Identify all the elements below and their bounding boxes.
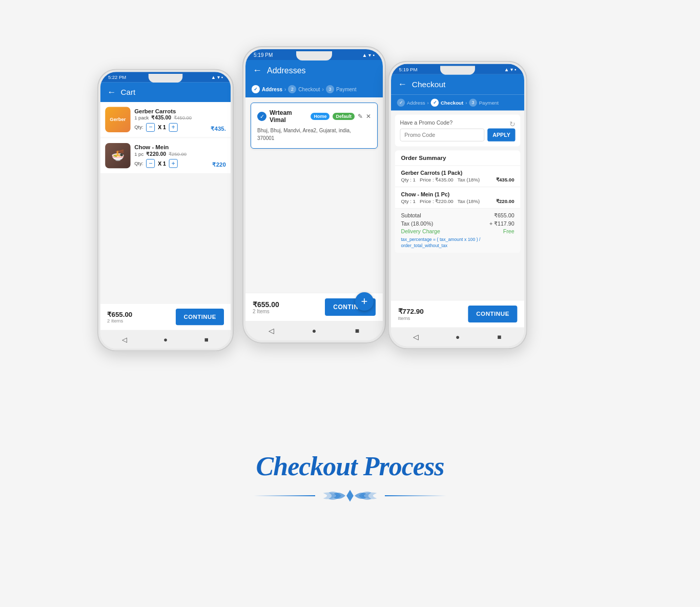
nav-home-1[interactable]: ● [160, 334, 171, 345]
order-summary-title: Order Summary [395, 150, 520, 166]
address-icons: ✎ ✕ [358, 113, 371, 120]
qty-row-2: Qty: − X 1 + [134, 159, 208, 168]
checkout-continue-button[interactable]: CONTINUE [468, 306, 518, 322]
back-button-1[interactable]: ← [107, 87, 116, 97]
edit-icon[interactable]: ✎ [358, 113, 363, 120]
nav-back-3[interactable]: ◁ [410, 331, 421, 342]
delete-icon[interactable]: ✕ [366, 113, 371, 120]
step-arrow-1-3: › [427, 100, 429, 106]
checkout-total-section: ₹772.90 Items [398, 307, 424, 320]
back-button-2[interactable]: ← [253, 65, 262, 76]
step-label-payment-2: Payment [336, 87, 356, 92]
step-circle-checkout-2: 2 [288, 85, 296, 93]
step-payment-3: 3 Payment [469, 98, 499, 107]
nav-back-2[interactable]: ◁ [265, 325, 277, 336]
wifi-icon-3: ▾ [510, 67, 513, 72]
status-icons-1: ▲ ▾ ▪ [211, 75, 223, 80]
phone-addresses: 5:19 PM ▲ ▾ ▪ ← Addresses ✓ Address › [242, 46, 386, 343]
step-label-address-3: Address [407, 100, 425, 106]
step-label-checkout-3: Checkout [441, 100, 463, 106]
qty-minus-1[interactable]: − [146, 123, 155, 131]
ornament-center-svg [319, 487, 381, 505]
order-item-1-detail: Qty : 1 Price : ₹435.00 Tax (18%) ₹435.0… [401, 177, 514, 183]
refresh-icon[interactable]: ↻ [509, 120, 516, 128]
app-bar-title-2: Addresses [267, 66, 306, 75]
order-summary: Order Summary Gerber Carrots (1 Pack) Qt… [395, 150, 520, 253]
nav-recent-1[interactable]: ■ [201, 334, 212, 345]
nav-recent-3[interactable]: ■ [494, 331, 505, 342]
item-2-name: Chow - Mein [134, 144, 208, 150]
nav-back-1[interactable]: ◁ [119, 334, 130, 345]
add-address-fab[interactable]: + [355, 292, 374, 311]
step-checkout-2: 2 Checkout [288, 85, 320, 93]
nav-recent-2[interactable]: ■ [352, 325, 363, 336]
step-circle-payment-2: 3 [326, 85, 334, 93]
promo-input[interactable] [400, 129, 484, 141]
badge-home: Home [311, 113, 330, 120]
signal-icon-2: ▲ [362, 52, 367, 58]
apply-promo-button[interactable]: APPLY [488, 129, 516, 141]
order-item-1-qty-price: Qty : 1 Price : ₹435.00 Tax (18%) [401, 177, 480, 183]
subtotal-value: ₹655.00 [494, 213, 514, 219]
status-icons-2: ▲ ▾ ▪ [362, 52, 375, 58]
svg-marker-0 [347, 491, 353, 501]
wifi-icon-1: ▾ [217, 75, 220, 80]
step-label-payment-3: Payment [479, 100, 499, 106]
phones-container: 5:22 PM ▲ ▾ ▪ ← Cart Gerber Gerber Carro… [68, 31, 632, 431]
order-totals: Subtotal ₹655.00 Tax (18.00%) + ₹117.90 … [395, 209, 520, 253]
cart-continue-button[interactable]: CONTINUE [176, 309, 224, 325]
order-item-1-name: Gerber Carrots (1 Pack) [401, 170, 514, 176]
addresses-items-count: 2 Items [253, 309, 279, 314]
qty-plus-2[interactable]: + [169, 159, 178, 168]
item-1-price-right: ₹435. [211, 126, 226, 132]
qty-value-2: X 1 [158, 160, 166, 166]
subtotal-label: Subtotal [401, 213, 421, 219]
status-icons-3: ▲ ▾ ▪ [504, 67, 517, 72]
address-header: ✓ Wrteam Vimal Home Default ✎ ✕ [257, 109, 371, 124]
qty-plus-1[interactable]: + [169, 123, 178, 131]
order-item-2-qty-price: Qty : 1 Price : ₹220.00 Tax (18%) [401, 198, 480, 204]
promo-row: APPLY [400, 129, 515, 141]
battery-icon-1: ▪ [221, 75, 223, 80]
badge-default: Default [333, 113, 355, 120]
app-bar-title-1: Cart [121, 88, 136, 96]
step-circle-address-3: ✓ [397, 98, 405, 107]
qty-value-1: X 1 [158, 124, 166, 130]
nav-home-2[interactable]: ● [308, 325, 320, 336]
item-2-pack: 1 pc ₹220.00 ₹250.00 [134, 151, 208, 157]
address-text-line1: Bhuj, Bhuj, Mandvi, Area2, Gujarat, indi… [257, 127, 371, 134]
qty-label-1: Qty: [134, 125, 143, 130]
stepper-3: ✓ Address › ✓ Checkout › 3 Payment [391, 95, 524, 111]
ornament-divider [254, 487, 446, 505]
cart-screen: Gerber Gerber Carrots 1 pack ₹435.00 ₹45… [100, 102, 231, 303]
cart-total-section: ₹655.00 2 Items [107, 310, 132, 323]
item-1-name: Gerber Carrots [134, 108, 207, 114]
checkout-total: ₹772.90 [398, 307, 424, 315]
promo-label: Have a Promo Code? [400, 119, 452, 126]
nav-bar-1: ◁ ● ■ [100, 330, 231, 349]
address-card[interactable]: ✓ Wrteam Vimal Home Default ✎ ✕ Bhuj, Bh… [251, 103, 378, 149]
addresses-screen: ✓ Wrteam Vimal Home Default ✎ ✕ Bhuj, Bh… [245, 97, 383, 293]
app-bar-3: ← Checkout [391, 74, 524, 95]
step-label-address-2: Address [262, 87, 282, 92]
back-button-3[interactable]: ← [398, 79, 407, 90]
nav-home-3[interactable]: ● [452, 331, 463, 342]
step-arrow-2-2: › [322, 87, 324, 92]
address-name: Wrteam Vimal [270, 109, 307, 124]
status-bar-3: 5:19 PM ▲ ▾ ▪ [391, 64, 524, 74]
step-address-2: ✓ Address [252, 85, 282, 93]
status-time-1: 5:22 PM [108, 75, 126, 80]
delivery-row: Delivery Charge Free [401, 229, 514, 235]
item-2-price-right: ₹220 [212, 161, 226, 168]
item-1-pack: 1 pack ₹435.00 ₹450.00 [134, 114, 207, 120]
order-item-2-detail: Qty : 1 Price : ₹220.00 Tax (18%) ₹220.0… [401, 198, 514, 204]
item-1-details: Gerber Carrots 1 pack ₹435.00 ₹450.00 Qt… [134, 108, 207, 132]
cart-item-1: Gerber Gerber Carrots 1 pack ₹435.00 ₹45… [100, 102, 231, 137]
status-time-3: 5:19 PM [399, 67, 418, 72]
qty-minus-2[interactable]: − [146, 159, 155, 168]
step-arrow-1-2: › [284, 87, 286, 92]
cart-item-2: 🍜 Chow - Mein 1 pc ₹220.00 ₹250.00 Qty: … [100, 138, 231, 173]
tax-note: tax_percentage = ( tax_amount x 100 ) / … [401, 236, 514, 249]
address-text-pincode: 370001 [257, 134, 371, 142]
item-2-details: Chow - Mein 1 pc ₹220.00 ₹250.00 Qty: − … [134, 144, 208, 168]
